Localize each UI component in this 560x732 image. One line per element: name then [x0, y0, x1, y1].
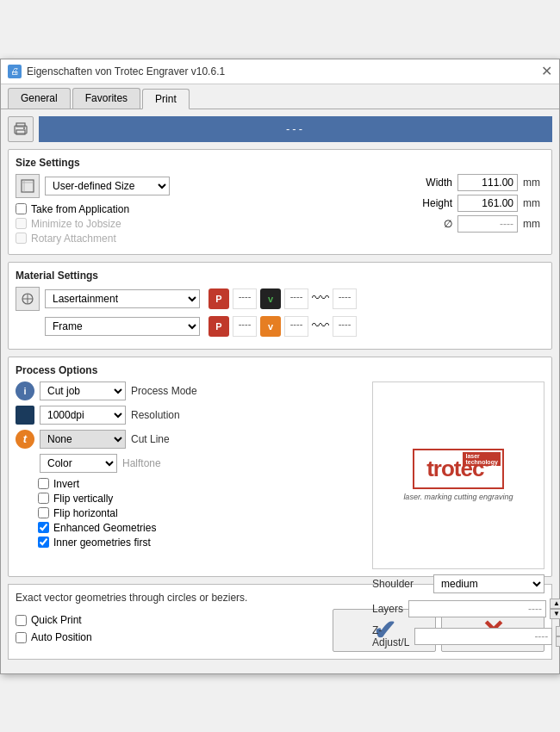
cut-line-row: t None Cut Line	[16, 430, 364, 449]
cut-job-icon: i	[16, 382, 34, 400]
color-dropdown[interactable]: Color	[40, 454, 117, 473]
process-right-panel: trotec ® lasertechnology laser. marking …	[372, 382, 544, 569]
minimize-jobsize-checkbox[interactable]	[16, 218, 27, 229]
quick-print-checkbox[interactable]	[16, 615, 27, 626]
minimize-jobsize-label[interactable]: Minimize to Jobsize	[31, 218, 121, 230]
header-icon-button[interactable]	[8, 116, 34, 142]
enhanced-geo-label[interactable]: Enhanced Geometries	[53, 522, 156, 534]
quick-print-label[interactable]: Quick Print	[31, 614, 82, 626]
shoulder-dropdown[interactable]: medium	[433, 574, 544, 593]
take-from-app-checkbox[interactable]	[16, 203, 27, 214]
v-button-1[interactable]: v	[260, 288, 281, 309]
quick-print-row: Quick Print	[16, 614, 92, 626]
p-button-2[interactable]: P	[208, 316, 229, 337]
layers-row: Layers ▲ ▼	[372, 599, 544, 619]
p-dash-2: ----	[233, 316, 257, 337]
take-from-app-label[interactable]: Take from Application	[31, 203, 129, 215]
size-icon	[16, 174, 40, 198]
cut-job-dropdown[interactable]: Cut job	[40, 382, 126, 400]
flip-horizontal-label[interactable]: Flip horizontal	[53, 507, 118, 519]
diameter-symbol: ∅	[418, 218, 452, 230]
height-unit: mm	[523, 197, 544, 209]
p-dash-1: ----	[233, 288, 257, 309]
tab-favorites[interactable]: Favorites	[72, 88, 140, 109]
header-bar: ---	[8, 116, 552, 142]
width-row: Width mm	[418, 174, 544, 191]
size-dropdown-row: User-defined Size	[16, 174, 411, 198]
v-button-2[interactable]: v	[260, 316, 281, 337]
trotec-name-area: trotec ® lasertechnology	[426, 456, 490, 482]
size-right: Width mm Height mm ∅ mm	[418, 174, 544, 233]
p-button-1[interactable]: P	[208, 288, 229, 309]
inner-geo-row: Inner geometries first	[38, 537, 364, 549]
flip-vertical-label[interactable]: Flip vertically	[53, 493, 113, 505]
invert-label[interactable]: Invert	[53, 478, 79, 490]
cut-line-icon: t	[16, 430, 34, 449]
svg-rect-4	[22, 180, 34, 192]
width-input[interactable]	[457, 174, 518, 191]
height-input[interactable]	[457, 195, 518, 212]
rotary-attachment-row: Rotary Attachment	[16, 233, 411, 245]
cut-line-dropdown[interactable]: None	[40, 430, 126, 449]
title-bar-left: 🖨 Eigenschaften von Trotec Engraver v10.…	[8, 65, 225, 78]
main-content: --- Size Settings	[1, 109, 559, 673]
invert-checkbox[interactable]	[38, 478, 49, 489]
invert-row: Invert	[38, 478, 364, 490]
diameter-input[interactable]	[457, 215, 518, 233]
resolution-label: Resolution	[131, 409, 200, 421]
resolution-row: 1000dpi Resolution	[16, 406, 364, 425]
z-adjust-input[interactable]	[414, 628, 552, 645]
rotary-attachment-checkbox[interactable]	[16, 233, 27, 244]
size-content: User-defined Size Take from Application …	[16, 174, 544, 247]
enhanced-geo-checkbox[interactable]	[38, 522, 49, 533]
trotec-logo-box: trotec ® lasertechnology laser. marking …	[372, 382, 544, 569]
tab-print[interactable]: Print	[142, 89, 190, 109]
flip-vertical-checkbox[interactable]	[38, 493, 49, 504]
z-adjust-label: Z-Adjust/L	[372, 624, 409, 648]
z-adjust-spin-up[interactable]: ▲	[556, 626, 560, 636]
take-from-app-row: Take from Application	[16, 203, 411, 215]
material-dropdown-2[interactable]: Frame	[45, 317, 200, 336]
trotec-logo-border: trotec ® lasertechnology	[413, 449, 504, 489]
v-dash-1: ----	[284, 288, 308, 309]
flip-horizontal-checkbox[interactable]	[38, 507, 49, 518]
size-settings-title: Size Settings	[16, 157, 544, 169]
z-adjust-spin-down[interactable]: ▼	[556, 636, 560, 647]
rotary-attachment-label[interactable]: Rotary Attachment	[31, 233, 116, 245]
width-label: Width	[418, 177, 452, 189]
wave-icon-2: 〰	[312, 316, 329, 337]
layers-spin-down[interactable]: ▼	[550, 609, 560, 619]
material-row-1: Lasertainment P ---- v ---- 〰 ----	[16, 287, 544, 311]
inner-geo-label[interactable]: Inner geometries first	[53, 537, 151, 549]
printer-icon	[13, 121, 28, 137]
trotec-badge: lasertechnology	[463, 452, 500, 466]
size-dropdown[interactable]: User-defined Size	[45, 177, 170, 195]
material-settings-icon	[21, 292, 34, 306]
resolution-dropdown[interactable]: 1000dpi	[40, 406, 126, 425]
layers-input[interactable]	[408, 600, 546, 617]
auto-position-label[interactable]: Auto Position	[31, 631, 92, 643]
close-button[interactable]: ✕	[541, 65, 552, 78]
z-adjust-row: Z-Adjust/L ▲ ▼ mm	[372, 624, 544, 648]
process-content: i Cut job Process Mode 1000dpi Resolutio…	[16, 382, 544, 569]
z-adjust-input-row: ▲ ▼	[414, 626, 560, 647]
material-icons-row-1: P ---- v ---- 〰 ----	[208, 288, 544, 309]
cut-job-row: i Cut job Process Mode	[16, 382, 364, 400]
diameter-unit: mm	[523, 218, 544, 230]
window-title: Eigenschaften von Trotec Engraver v10.6.…	[27, 65, 225, 78]
inner-geo-checkbox[interactable]	[38, 537, 49, 548]
layers-spin-up[interactable]: ▲	[550, 599, 560, 609]
material-dropdown-1[interactable]: Lasertainment	[45, 289, 200, 308]
wave-icon-1: 〰	[312, 288, 329, 309]
material-settings-title: Material Settings	[16, 270, 544, 282]
auto-position-checkbox[interactable]	[16, 632, 27, 643]
header-bar-text: ---	[286, 122, 305, 135]
v-dash-2: ----	[284, 316, 308, 337]
minimize-jobsize-row: Minimize to Jobsize	[16, 218, 411, 230]
tab-general[interactable]: General	[8, 88, 71, 109]
size-left: User-defined Size Take from Application …	[16, 174, 411, 247]
enhanced-geo-row: Enhanced Geometries	[38, 522, 364, 534]
svg-point-3	[23, 127, 25, 129]
diameter-row: ∅ mm	[418, 215, 544, 233]
wave-dash-2: ----	[333, 316, 357, 337]
